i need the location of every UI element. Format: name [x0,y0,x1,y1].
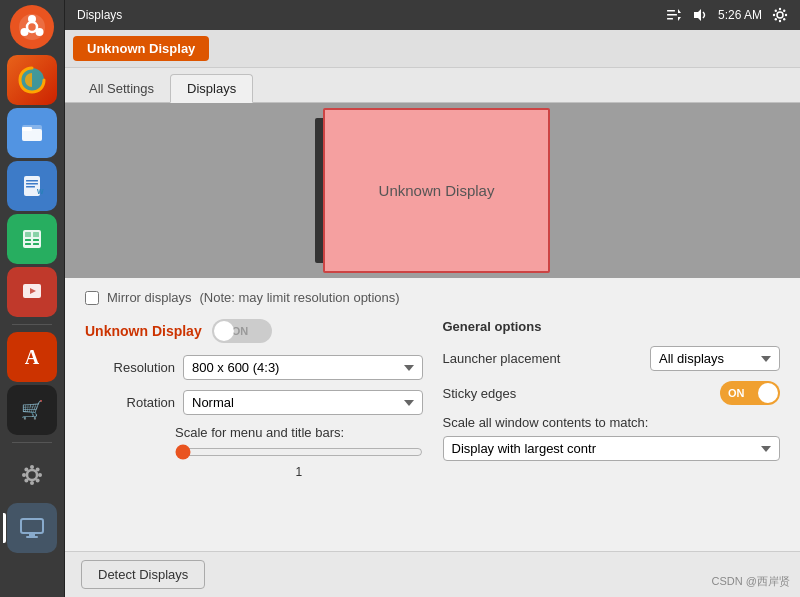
rotation-label: Rotation [85,395,175,410]
scale-label-row: Scale for menu and title bars: [85,425,423,440]
svg-text:W: W [37,188,44,195]
ubuntu-logo[interactable] [10,5,54,49]
launcher-label: Launcher placement [443,351,643,366]
svg-point-29 [36,479,40,483]
sidebar-firefox[interactable] [7,55,57,105]
svg-rect-36 [667,14,677,16]
svg-point-28 [24,467,28,471]
slider-value: 1 [175,465,423,479]
gear-icon[interactable] [772,7,788,23]
resolution-label: Resolution [85,360,175,375]
sticky-toggle-label: ON [728,387,745,399]
col-right: General options Launcher placement All d… [443,319,781,479]
sticky-label: Sticky edges [443,386,713,401]
bottom-bar: Detect Displays CSDN @西岸贤 [65,551,800,597]
volume-icon [692,7,708,23]
svg-rect-19 [25,243,31,245]
sidebar-writer[interactable]: W [7,161,57,211]
display-name-row: Unknown Display ON [85,319,423,343]
topbar-left: Displays [77,8,122,22]
svg-point-45 [785,14,787,16]
general-options-title: General options [443,319,781,334]
svg-rect-11 [26,183,38,185]
tab-bar: All Settings Displays [65,68,800,103]
svg-point-23 [27,470,37,480]
slider-container [175,444,423,463]
tab-all-settings[interactable]: All Settings [73,75,170,102]
scale-row: Scale for menu and title bars: 1 [85,425,423,479]
scale-all-section: Scale all window contents to match: Disp… [443,415,781,461]
slider-row [175,444,423,463]
scale-all-label: Scale all window contents to match: [443,415,781,430]
launcher-select[interactable]: All displays [650,346,780,371]
svg-rect-17 [25,239,31,241]
two-col-layout: Unknown Display ON Resolution 800 x 600 … [85,319,780,479]
mirror-note: (Note: may limit resolution options) [200,290,400,305]
svg-point-41 [777,12,783,18]
watermark: CSDN @西岸贤 [712,574,790,589]
svg-rect-8 [22,127,32,131]
svg-rect-12 [26,186,35,188]
sort-icon [666,7,682,23]
svg-point-47 [783,18,785,20]
sidebar-amazon[interactable]: 🛒 [7,385,57,435]
svg-rect-33 [29,533,35,536]
tab-displays[interactable]: Displays [170,74,253,103]
sidebar-calc[interactable] [7,214,57,264]
svg-rect-32 [21,519,43,533]
svg-point-27 [38,473,42,477]
resolution-select[interactable]: 800 x 600 (4:3) [183,355,423,380]
topbar-title: Displays [77,8,122,22]
rotation-select[interactable]: Normal [183,390,423,415]
sticky-toggle[interactable]: ON [720,381,780,405]
window-title-button[interactable]: Unknown Display [73,36,209,61]
sidebar-divider [12,324,52,325]
sidebar-apps: W A [0,55,64,553]
svg-point-31 [24,479,28,483]
svg-rect-15 [25,232,31,237]
mirror-checkbox[interactable] [85,291,99,305]
display-toggle[interactable]: ON [212,319,272,343]
svg-point-43 [779,20,781,22]
svg-point-44 [773,14,775,16]
mirror-row: Mirror displays (Note: may limit resolut… [85,290,780,305]
sidebar-impress[interactable] [7,267,57,317]
svg-rect-35 [667,10,675,12]
toggle-knob [214,321,234,341]
scale-label: Scale for menu and title bars: [175,425,344,440]
topbar: Displays 5:26 AM [65,0,800,30]
sidebar-display[interactable] [7,503,57,553]
main-content: Displays 5:26 AM [65,0,800,597]
scale-all-select[interactable]: Display with largest contr [443,436,781,461]
sidebar-files[interactable] [7,108,57,158]
svg-point-26 [22,473,26,477]
svg-rect-16 [33,232,39,237]
topbar-time: 5:26 AM [718,8,762,22]
sidebar-settings[interactable] [7,450,57,500]
svg-point-24 [30,465,34,469]
sidebar: W A [0,0,65,597]
svg-marker-38 [678,9,681,13]
svg-rect-20 [33,243,39,245]
svg-rect-37 [667,18,673,20]
svg-rect-18 [33,239,39,241]
detect-displays-button[interactable]: Detect Displays [81,560,205,589]
toggle-label: ON [232,325,249,337]
monitor-label: Unknown Display [379,182,495,199]
sticky-toggle-knob [758,383,778,403]
sidebar-software[interactable]: A [7,332,57,382]
scale-slider[interactable] [175,444,423,460]
svg-marker-39 [678,17,681,21]
mirror-label: Mirror displays [107,290,192,305]
resolution-row: Resolution 800 x 600 (4:3) [85,355,423,380]
sticky-edges-row: Sticky edges ON [443,381,781,405]
monitor-screen[interactable]: Unknown Display [323,108,550,273]
svg-point-49 [775,18,777,20]
display-name: Unknown Display [85,323,202,339]
svg-point-48 [783,10,785,12]
svg-point-25 [30,481,34,485]
svg-point-30 [36,467,40,471]
svg-rect-10 [26,180,38,182]
svg-point-46 [775,10,777,12]
display-preview-area: Unknown Display [65,103,800,278]
